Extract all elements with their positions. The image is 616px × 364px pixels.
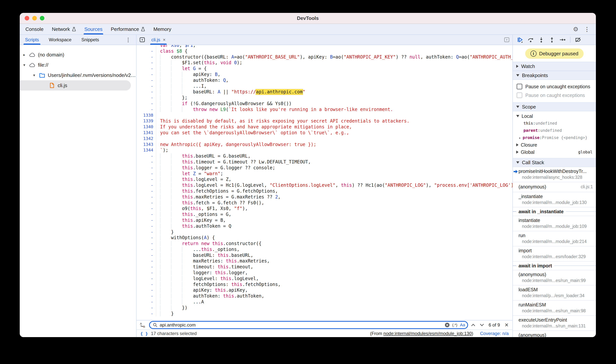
line-gutter[interactable]: -	[137, 223, 156, 229]
pause-caught-row[interactable]: Pause on caught exceptions	[513, 91, 596, 100]
code-line[interactable]: 1338	[137, 113, 512, 118]
line-gutter[interactable]: -	[137, 293, 156, 299]
code-line[interactable]: - this._options = G,	[137, 211, 512, 217]
more-tabs-icon[interactable]: ⋮	[126, 37, 131, 43]
line-gutter[interactable]: 1339	[137, 118, 156, 124]
search-field[interactable]: (.*) Aa	[149, 321, 468, 329]
line-gutter[interactable]: -	[137, 287, 156, 293]
code-line[interactable]: - fetchOptions: this.fetchOptions,	[137, 282, 512, 287]
code-line[interactable]: 1343new Anthropic({ apiKey, dangerouslyA…	[137, 142, 512, 147]
code-line[interactable]: - this.timeout = G.timeout ?? Lw.DEFAULT…	[137, 159, 512, 165]
code-line[interactable]: - let G = {	[137, 66, 512, 72]
code-line[interactable]: - this.logLevel = Z,	[137, 177, 512, 182]
code-line[interactable]: - throw new L9(`It looks like you're run…	[137, 107, 512, 113]
code-line[interactable]: 1342	[137, 136, 512, 142]
code-line[interactable]: 1341you can set the \`dangerouslyAllowBr…	[137, 130, 512, 136]
code-line[interactable]: var Xs0, $F1;	[137, 45, 512, 48]
line-gutter[interactable]: -	[137, 211, 156, 217]
code-line[interactable]: - o9(this, $F1, Xs0, "f"),	[137, 206, 512, 211]
deactivate-breakpoints-button[interactable]	[575, 37, 581, 43]
code-line[interactable]: - withOptions(A) {	[137, 235, 512, 241]
code-line[interactable]: - authToken: this.authToken,	[137, 293, 512, 299]
code-line[interactable]: - timeout: this.timeout,	[137, 264, 512, 270]
line-gutter[interactable]: -	[137, 264, 156, 270]
line-gutter[interactable]: -	[137, 159, 156, 165]
scope-local[interactable]: Local	[513, 113, 596, 120]
line-gutter[interactable]: -	[137, 83, 156, 89]
line-gutter[interactable]: -	[137, 60, 156, 66]
code-line[interactable]: - $F1.set(this, void 0);	[137, 60, 512, 66]
stack-frame[interactable]: executeUserEntryPointnode:internal/m...s…	[513, 316, 596, 331]
line-gutter[interactable]: 1343	[137, 142, 156, 147]
stack-frame[interactable]: loadESMnode:internal/p.../esm_loader:34	[513, 286, 596, 300]
line-gutter[interactable]: -	[137, 282, 156, 287]
line-gutter[interactable]: -	[137, 72, 156, 78]
zoom-window-button[interactable]	[40, 16, 44, 20]
line-gutter[interactable]: -	[137, 252, 156, 258]
line-gutter[interactable]: -	[137, 171, 156, 177]
stack-frame[interactable]: _instantiatenode:internal/m...module_job…	[513, 192, 596, 207]
code-line[interactable]: - authToken: Q,	[137, 78, 512, 83]
previous-match-button[interactable]	[471, 324, 475, 326]
code-line[interactable]: - baseURL: this.baseURL,	[137, 252, 512, 258]
chevron-right-icon[interactable]: ▸	[519, 136, 523, 140]
code-line[interactable]: - this.fetch = G.fetch ?? Fs0(),	[137, 200, 512, 206]
line-gutter[interactable]: -	[137, 258, 156, 264]
tab-memory[interactable]: Memory	[149, 24, 175, 35]
tree-item[interactable]: ▸(no domain)	[20, 50, 136, 60]
code-line[interactable]: - logger: this.logger,	[137, 270, 512, 276]
code-line[interactable]: - this.apiKey = B,	[137, 217, 512, 223]
chevron-down-icon[interactable]: ▾	[22, 63, 27, 67]
tab-sources[interactable]: Sources	[80, 24, 107, 35]
clear-search-icon[interactable]	[445, 323, 450, 327]
code-line[interactable]: - })	[137, 305, 512, 311]
tab-scripts[interactable]: Scripts	[25, 35, 39, 45]
code-line[interactable]: - maxRetries: this.maxRetries,	[137, 258, 512, 264]
code-line[interactable]: - }	[137, 311, 512, 317]
chevron-down-icon[interactable]: ▾	[32, 73, 36, 78]
chevron-right-icon[interactable]: ▸	[22, 52, 27, 57]
stack-frame[interactable]: promiseInitHookWithDestroyTr...node:inte…	[513, 167, 596, 182]
line-gutter[interactable]: 1342	[137, 136, 156, 142]
checkbox-uncaught[interactable]	[517, 84, 522, 89]
code-line[interactable]: - this.baseURL = G.baseURL,	[137, 153, 512, 159]
replace-toggle-icon[interactable]: AB	[140, 322, 146, 328]
coverage-link[interactable]: Coverage: n/a	[480, 331, 509, 336]
settings-gear-icon[interactable]: ⚙	[573, 26, 578, 32]
search-input[interactable]	[160, 322, 442, 328]
line-gutter[interactable]: 1340	[137, 124, 156, 130]
line-gutter[interactable]: -	[137, 66, 156, 72]
code-line[interactable]: - constructor({baseURL: A=ao("ANTHROPIC_…	[137, 54, 512, 60]
tab-console[interactable]: Console	[21, 24, 48, 35]
line-gutter[interactable]: -	[137, 247, 156, 252]
tab-cli-js[interactable]: cli.js ×	[148, 35, 169, 45]
tab-network[interactable]: Network	[48, 24, 80, 35]
line-gutter[interactable]: -	[137, 54, 156, 60]
line-gutter[interactable]: -	[137, 200, 156, 206]
line-gutter[interactable]: -	[137, 305, 156, 311]
line-gutter[interactable]: -	[137, 299, 156, 305]
line-gutter[interactable]: 1338	[137, 113, 156, 118]
tree-item[interactable]: ▾file://	[20, 60, 136, 70]
stack-frame[interactable]: (anonymous)node:internal/m...es/run_main…	[513, 270, 596, 286]
line-gutter[interactable]	[137, 45, 156, 48]
step-over-button[interactable]	[528, 37, 534, 43]
scope-variable[interactable]: parent: undefined	[513, 127, 596, 134]
code-line[interactable]: - apiKey: B,	[137, 72, 512, 78]
scope-closure[interactable]: Closure	[513, 141, 596, 148]
next-match-button[interactable]	[480, 324, 484, 326]
code-line[interactable]: - apiKey: this.apiKey,	[137, 287, 512, 293]
line-gutter[interactable]: -	[137, 188, 156, 194]
pause-uncaught-row[interactable]: Pause on uncaught exceptions	[513, 82, 596, 91]
code-line[interactable]: - logLevel: this.logLevel,	[137, 276, 512, 282]
line-gutter[interactable]: -	[137, 206, 156, 211]
breakpoints-section-header[interactable]: Breakpoints	[513, 71, 596, 80]
code-line[interactable]: - if (!G.dangerouslyAllowBrowser && Ys0(…	[137, 101, 512, 107]
scope-variable[interactable]: ▸promise: Promise {<pending>}	[513, 134, 596, 141]
line-gutter[interactable]: -	[137, 101, 156, 107]
step-into-button[interactable]	[538, 37, 544, 43]
scope-global[interactable]: Global global	[513, 148, 596, 156]
line-gutter[interactable]: -	[137, 217, 156, 223]
resume-button[interactable]	[517, 37, 523, 43]
line-gutter[interactable]: -	[137, 177, 156, 182]
